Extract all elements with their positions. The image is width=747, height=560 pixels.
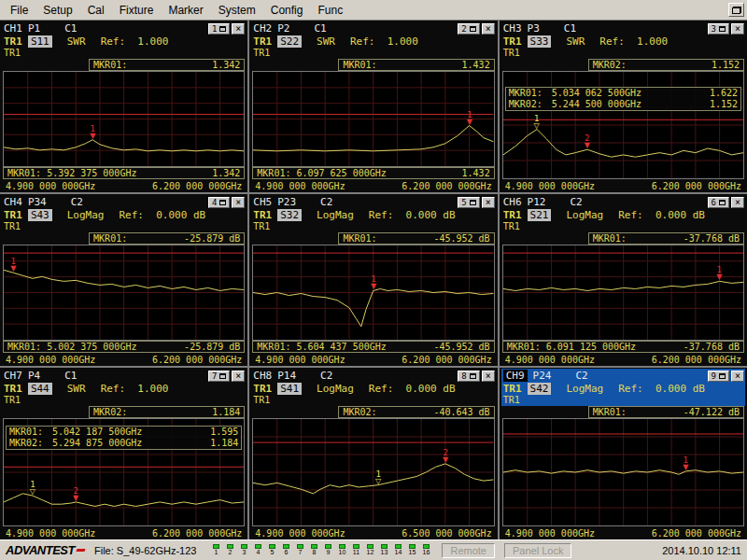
trace-marker-1[interactable]: 1▼ — [716, 266, 722, 281]
menu-item-cal[interactable]: Cal — [80, 2, 112, 19]
close-window-button[interactable]: × — [232, 23, 245, 35]
channel-indicator-10: 10 — [335, 544, 348, 556]
trace-marker-1[interactable]: 1▼ — [467, 111, 472, 126]
window-number-button[interactable]: 9 — [708, 371, 729, 382]
trace-marker-1[interactable]: 1▼ — [90, 125, 95, 140]
trace-svg — [253, 72, 493, 166]
menu-item-setup[interactable]: Setup — [35, 2, 79, 19]
trace-marker-1[interactable]: 1▼ — [371, 275, 376, 290]
channel-port: P2 — [277, 22, 289, 35]
channel-panel[interactable]: CH7 P4 C1 7 × TR1 S44 SWR Ref: 1.000 TR1 — [0, 368, 247, 539]
trace-svg — [503, 245, 743, 340]
window-number-button[interactable]: 7 — [208, 371, 230, 382]
close-window-button[interactable]: × — [731, 371, 744, 382]
close-window-button[interactable]: × — [482, 197, 495, 208]
start-frequency-label: 4.900 000 000GHz — [505, 181, 595, 191]
menu-item-config[interactable]: Config — [263, 2, 311, 19]
channel-port: P24 — [533, 370, 552, 382]
menu-item-system[interactable]: System — [211, 2, 263, 19]
channel-panel[interactable]: CH9 P24 C2 9 × TR1 S42 LogMag Ref: 0.000… — [500, 368, 747, 539]
channel-id: CH6 — [503, 196, 522, 208]
plot-area[interactable]: 1▼ — [502, 245, 744, 341]
close-window-button[interactable]: × — [731, 23, 744, 35]
x-axis: 4.900 000 000GHz 6.200 000 000GHz — [251, 353, 495, 366]
trace-marker-1[interactable]: 1▽ — [30, 481, 35, 496]
trace-marker-1[interactable]: 1▽ — [534, 115, 540, 130]
menu-item-marker[interactable]: Marker — [161, 2, 210, 19]
window-number-button[interactable]: 8 — [458, 371, 479, 382]
file-label: File: S_49-62GHz-123 — [94, 545, 196, 556]
plot-area[interactable]: 1▽2▼ — [252, 418, 494, 526]
trace-marker-2[interactable]: 2▼ — [585, 134, 590, 149]
menu-item-file[interactable]: File — [3, 2, 35, 19]
channel-id: CH7 — [4, 370, 22, 382]
window-number: 6 — [712, 198, 716, 207]
window-number-button[interactable]: 5 — [458, 197, 479, 208]
marker-readout-value: -25.879 dB — [184, 233, 240, 244]
ref-value-label: Ref: 0.000 dB — [369, 383, 456, 395]
trace-label: TR1 — [4, 35, 22, 48]
marker-readout-label: MKR01: — [593, 233, 627, 244]
trace-marker-2[interactable]: 2▼ — [443, 449, 448, 464]
x-axis: 4.900 000 000GHz 6.200 000 000GHz — [2, 526, 246, 539]
window-number-button[interactable]: 2 — [458, 23, 479, 35]
menu-item-fixture[interactable]: Fixture — [112, 2, 162, 19]
sparam-label: S22 — [277, 35, 302, 48]
window-number-button[interactable]: 1 — [208, 23, 230, 35]
trace-marker-1[interactable]: 1▽ — [375, 470, 381, 485]
channel-panel[interactable]: CH5 P23 C2 5 × TR1 S32 LogMag Ref: 0.000… — [249, 194, 497, 366]
channel-panel[interactable]: CH3 P3 C1 3 × TR1 S33 SWR Ref: 1.000 TR1 — [500, 21, 747, 192]
plot-area[interactable]: 1▼ — [3, 245, 245, 341]
plot-area[interactable]: 1▼ — [252, 71, 494, 167]
window-number-button[interactable]: 4 — [208, 197, 230, 208]
stop-frequency-label: 6.200 000 000GHz — [652, 528, 741, 539]
plot-area[interactable]: 1▼ — [3, 71, 245, 167]
marker-freq: 6.091 125 000GHz — [546, 342, 636, 352]
window-number: 7 — [212, 371, 217, 381]
marker-readout-bottom: MKR01: 5.604 437 500GHz -45.952 dB — [252, 341, 494, 353]
marker-readout-label: MKR02: — [593, 60, 627, 70]
stop-frequency-label: 6.200 000 000GHz — [652, 355, 741, 365]
trace-marker-1[interactable]: 1▼ — [10, 258, 16, 273]
close-window-button[interactable]: × — [731, 197, 744, 208]
trace-indicator: TR1 — [4, 48, 21, 58]
stop-frequency-label: 6.500 000 000GHz — [402, 528, 491, 539]
marker-readout-label: MKR01: — [593, 407, 627, 417]
restore-window-button[interactable] — [728, 3, 744, 17]
channel-indicator-1: 1 — [209, 544, 222, 556]
channel-indicator-8: 8 — [307, 544, 320, 556]
trace-marker-1[interactable]: 1▼ — [683, 456, 688, 471]
format-label: LogMag — [317, 383, 354, 395]
close-window-button[interactable]: × — [232, 371, 245, 382]
x-axis: 4.900 000 000GHz 6.200 000 000GHz — [2, 353, 246, 366]
channel-id: CH1 — [4, 22, 22, 35]
channel-panel[interactable]: CH8 P14 C2 8 × TR1 S41 LogMag Ref: 0.000… — [249, 368, 497, 539]
menu-item-func[interactable]: Func — [310, 2, 350, 19]
channel-panel[interactable]: CH2 P2 C1 2 × TR1 S22 SWR Ref: 1.000 TR1 — [249, 21, 497, 192]
channel-panel[interactable]: CH6 P12 C2 6 × TR1 S21 LogMag Ref: 0.000… — [500, 194, 747, 366]
channel-panel[interactable]: CH4 P34 C2 4 × TR1 S43 LogMag Ref: 0.000… — [0, 194, 247, 366]
close-window-button[interactable]: × — [232, 197, 245, 208]
marker-readout-value: 1.152 — [712, 60, 740, 70]
channel-panel[interactable]: CH1 P1 C1 1 × TR1 S11 SWR Ref: 1.000 TR1 — [0, 21, 247, 192]
trace-label: TR1 — [503, 35, 522, 48]
channel-indicator-15: 15 — [405, 544, 418, 556]
close-window-button[interactable]: × — [482, 23, 495, 35]
plot-area[interactable]: 1▼ — [252, 245, 494, 341]
stop-frequency-label: 6.200 000 000GHz — [402, 181, 491, 191]
marker-table: MKR01:5.034 062 500GHz1.622MKR02:5.244 5… — [505, 87, 741, 111]
plot-area[interactable]: 1▼ — [502, 418, 744, 526]
plot-area[interactable]: MKR01:5.034 062 500GHz1.622MKR02:5.244 5… — [502, 71, 744, 179]
channel-grid: CH1 P1 C1 1 × TR1 S11 SWR Ref: 1.000 TR1 — [0, 21, 747, 539]
close-window-button[interactable]: × — [482, 371, 495, 382]
trace-marker-2[interactable]: 2▼ — [73, 487, 78, 502]
window-number: 2 — [461, 24, 466, 34]
marker-readout-value: 1.184 — [212, 407, 240, 417]
plot-area[interactable]: MKR01:5.042 187 500GHz1.595MKR02:5.294 8… — [3, 418, 245, 526]
marker-readout-top: MKR02: 1.184 — [89, 406, 245, 418]
cal-set-label: C2 — [570, 196, 582, 208]
window-number: 3 — [712, 24, 716, 34]
channel-port: P4 — [28, 370, 40, 382]
window-number-button[interactable]: 3 — [708, 23, 729, 35]
window-number-button[interactable]: 6 — [708, 197, 729, 208]
